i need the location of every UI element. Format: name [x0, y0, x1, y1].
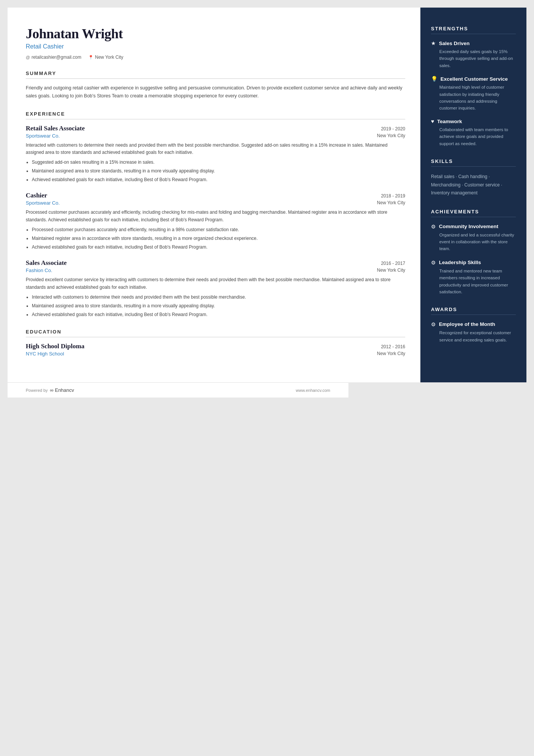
bullet-item: Suggested add-on sales resulting in a 15…	[32, 159, 405, 166]
education-divider	[26, 337, 405, 337]
achievement-2-name: Leadership Skills	[439, 259, 481, 266]
right-column: STRENGTHS ★ Sales Driven Exceeded daily …	[420, 8, 526, 382]
experience-section: EXPERIENCE Retail Sales Associate 2019 -…	[26, 111, 405, 319]
achievement-2-icon: ⚙	[431, 260, 436, 266]
strength-1-desc: Exceeded daily sales goals by 15% throug…	[431, 48, 516, 69]
bullet-item: Achieved established goals for each init…	[32, 311, 405, 319]
strength-2-header: 💡 Excellent Customer Service	[431, 76, 516, 82]
edu-1-sub: NYC High School New York City	[26, 351, 405, 357]
bullet-item: Achieved established goals for each init…	[32, 244, 405, 251]
footer-website: www.enhancv.com	[296, 388, 330, 393]
email-value: retailcashier@gmail.com	[31, 55, 81, 60]
award-1-name: Employee of the Month	[439, 321, 495, 328]
job-3-title: Sales Associate	[26, 259, 67, 267]
brand-logo: ∞ Enhancv	[50, 387, 74, 393]
job-1-desc: Interacted with customers to determine t…	[26, 142, 405, 157]
location-contact: 📍 New York City	[88, 55, 123, 60]
job-1: Retail Sales Associate 2019 - 2020 Sport…	[26, 125, 405, 184]
awards-title: AWARDS	[431, 307, 516, 312]
strength-1: ★ Sales Driven Exceeded daily sales goal…	[431, 40, 516, 69]
edu-1-header: High School Diploma 2012 - 2016	[26, 343, 405, 350]
job-1-company: Sportswear Co.	[26, 133, 60, 139]
award-1-header: ⚙ Employee of the Month	[431, 321, 516, 328]
award-1-desc: Recognized for exceptional customer serv…	[431, 329, 516, 343]
skills-divider	[431, 166, 516, 167]
awards-divider	[431, 315, 516, 315]
edu-1: High School Diploma 2012 - 2016 NYC High…	[26, 343, 405, 357]
job-3: Sales Associate 2016 - 2017 Fashion Co. …	[26, 259, 405, 318]
job-1-location: New York City	[377, 133, 405, 139]
bullet-item: Maintained register area in accordance w…	[32, 235, 405, 243]
award-1-icon: ⚙	[431, 321, 436, 328]
achievement-2: ⚙ Leadership Skills Trained and mentored…	[431, 259, 516, 296]
strength-3: ♥ Teamwork Collaborated with team member…	[431, 119, 516, 147]
strength-1-header: ★ Sales Driven	[431, 40, 516, 47]
education-title: EDUCATION	[26, 329, 405, 335]
strengths-divider	[431, 34, 516, 34]
job-1-dates: 2019 - 2020	[381, 126, 405, 131]
strengths-title: STRENGTHS	[431, 26, 516, 31]
header-section: Johnatan Wright Retail Cashier @ retailc…	[26, 26, 405, 60]
job-1-header: Retail Sales Associate 2019 - 2020	[26, 125, 405, 132]
job-1-bullets: Suggested add-on sales resulting in a 15…	[26, 159, 405, 183]
skills-line-2: Merchandising · Customer service ·	[431, 181, 516, 189]
job-3-sub: Fashion Co. New York City	[26, 268, 405, 273]
job-3-desc: Provided excellent customer service by i…	[26, 276, 405, 291]
job-2-title: Cashier	[26, 192, 47, 199]
job-3-dates: 2016 - 2017	[381, 261, 405, 266]
experience-title: EXPERIENCE	[26, 111, 405, 117]
left-column: Johnatan Wright Retail Cashier @ retailc…	[8, 8, 420, 382]
job-2-company: Sportswear Co.	[26, 200, 60, 206]
summary-divider	[26, 78, 405, 79]
heart-icon: ♥	[431, 119, 434, 125]
job-2-dates: 2018 - 2019	[381, 193, 405, 199]
achievements-title: ACHIEVEMENTS	[431, 209, 516, 214]
edu-1-school: NYC High School	[26, 351, 64, 357]
achievement-2-header: ⚙ Leadership Skills	[431, 259, 516, 266]
summary-text: Friendly and outgoing retail cashier wit…	[26, 84, 405, 100]
job-2: Cashier 2018 - 2019 Sportswear Co. New Y…	[26, 192, 405, 251]
bullet-item: Interacted with customers to determine t…	[32, 294, 405, 301]
strengths-section: STRENGTHS ★ Sales Driven Exceeded daily …	[431, 26, 516, 147]
strength-3-desc: Collaborated with team members to achiev…	[431, 126, 516, 147]
awards-section: AWARDS ⚙ Employee of the Month Recognize…	[431, 307, 516, 343]
achievement-1: ⚙ Community Involvement Organized and le…	[431, 223, 516, 252]
star-icon: ★	[431, 40, 436, 47]
job-3-location: New York City	[377, 268, 405, 273]
footer: Powered by ∞ Enhancv www.enhancv.com	[8, 382, 348, 398]
strength-1-name: Sales Driven	[439, 41, 470, 46]
location-icon: 📍	[88, 55, 94, 60]
bullet-item: Achieved established goals for each init…	[32, 176, 405, 184]
achievements-divider	[431, 217, 516, 217]
skills-line-3: Inventory management	[431, 189, 516, 197]
strength-3-name: Teamwork	[437, 119, 462, 124]
job-3-company: Fashion Co.	[26, 268, 52, 273]
contact-row: @ retailcashier@gmail.com 📍 New York Cit…	[26, 55, 405, 60]
job-2-header: Cashier 2018 - 2019	[26, 192, 405, 199]
skills-title: SKILLS	[431, 158, 516, 164]
bullet-item: Processed customer purchases accurately …	[32, 226, 405, 234]
edu-1-degree: High School Diploma	[26, 343, 84, 350]
edu-1-location: New York City	[377, 351, 405, 357]
achievement-2-desc: Trained and mentored new team members re…	[431, 268, 516, 296]
powered-by-text: Powered by	[26, 388, 48, 393]
strength-2-desc: Maintained high level of customer satisf…	[431, 84, 516, 112]
experience-divider	[26, 119, 405, 119]
job-2-desc: Processed customer purchases accurately …	[26, 209, 405, 224]
job-3-header: Sales Associate 2016 - 2017	[26, 259, 405, 267]
achievement-1-icon: ⚙	[431, 224, 436, 230]
email-icon: @	[26, 55, 30, 59]
skills-section: SKILLS Retail sales · Cash handling · Me…	[431, 158, 516, 197]
email-contact: @ retailcashier@gmail.com	[26, 55, 81, 60]
edu-1-dates: 2012 - 2016	[381, 344, 405, 349]
job-1-title: Retail Sales Associate	[26, 125, 85, 132]
lightbulb-icon: 💡	[431, 76, 437, 82]
job-2-location: New York City	[377, 200, 405, 206]
location-value: New York City	[95, 55, 123, 60]
candidate-title: Retail Cashier	[26, 43, 405, 50]
job-2-bullets: Processed customer purchases accurately …	[26, 226, 405, 251]
skills-line-1: Retail sales · Cash handling ·	[431, 173, 516, 181]
award-1: ⚙ Employee of the Month Recognized for e…	[431, 321, 516, 343]
summary-title: SUMMARY	[26, 70, 405, 76]
achievements-section: ACHIEVEMENTS ⚙ Community Involvement Org…	[431, 209, 516, 296]
